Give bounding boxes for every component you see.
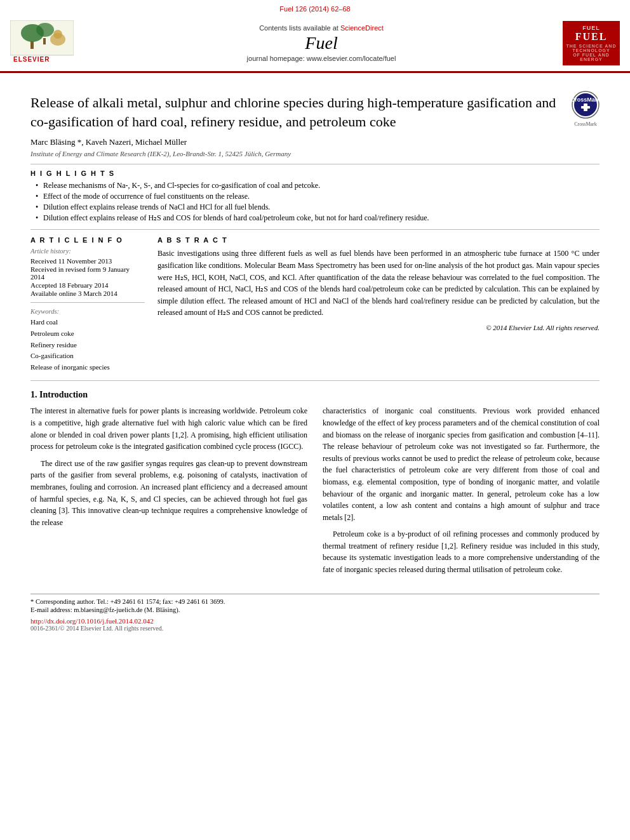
crossmark-badge: CrossMark CrossMark bbox=[572, 91, 600, 127]
keywords-section: Keywords: Hard coal Petroleum coke Refin… bbox=[30, 308, 145, 373]
highlights-section: H I G H L I G H T S Release mechanisms o… bbox=[30, 170, 600, 223]
svg-text:ELSEVIER: ELSEVIER bbox=[13, 56, 50, 63]
keyword-item: Petroleum coke bbox=[30, 328, 145, 340]
divider-2 bbox=[30, 229, 600, 230]
revised-label: Received in revised form 9 January 2014 bbox=[30, 265, 145, 281]
abstract-text: Basic investigations using three differe… bbox=[158, 248, 600, 319]
article-info-label: A R T I C L E I N F O bbox=[30, 236, 145, 244]
sciencedirect-link[interactable]: ScienceDirect bbox=[340, 24, 384, 32]
journal-center: Contents lists available at ScienceDirec… bbox=[80, 24, 563, 62]
intro-col-left: The interest in alternative fuels for po… bbox=[30, 405, 307, 580]
keyword-item: Release of inorganic species bbox=[30, 362, 145, 373]
issn-line: 0016-2361/© 2014 Elsevier Ltd. All right… bbox=[30, 625, 600, 632]
highlights-label: H I G H L I G H T S bbox=[30, 170, 600, 177]
intro-heading: 1. Introduction bbox=[30, 390, 600, 400]
fuel-logo: FUEL FUEL THE SCIENCE AND TECHNOLOGYOF F… bbox=[563, 21, 620, 65]
footnote-corresponding: * Corresponding author. Tel.: +49 2461 6… bbox=[30, 598, 600, 605]
footnote-area: * Corresponding author. Tel.: +49 2461 6… bbox=[30, 594, 600, 632]
intro-para-3: characteristics of inorganic coal consti… bbox=[323, 405, 600, 523]
highlight-item: Dilution effect explains release of H₂S … bbox=[36, 213, 600, 223]
article-history-label: Article history: bbox=[30, 248, 145, 255]
online-label: Available online 3 March 2014 bbox=[30, 290, 117, 297]
intro-col-right: characteristics of inorganic coal consti… bbox=[323, 405, 600, 580]
svg-rect-4 bbox=[43, 38, 46, 44]
divider-3 bbox=[30, 380, 600, 381]
abstract-label: A B S T R A C T bbox=[158, 236, 600, 244]
keyword-item: Refinery residue bbox=[30, 340, 145, 351]
keywords-title: Keywords: bbox=[30, 308, 145, 315]
svg-point-2 bbox=[36, 23, 54, 37]
article-info-col: A R T I C L E I N F O Article history: R… bbox=[30, 236, 145, 373]
abstract-copyright: © 2014 Elsevier Ltd. All rights reserved… bbox=[158, 324, 600, 331]
abstract-col: A B S T R A C T Basic investigations usi… bbox=[158, 236, 600, 373]
svg-text:CrossMark: CrossMark bbox=[572, 97, 600, 103]
doi-line: http://dx.doi.org/10.1016/j.fuel.2014.02… bbox=[30, 617, 600, 625]
intro-para-2: The direct use of the raw gasifier synga… bbox=[30, 458, 307, 529]
svg-rect-3 bbox=[30, 41, 34, 49]
journal-title: Fuel bbox=[80, 33, 563, 53]
highlight-item: Dilution effect explains release trends … bbox=[36, 203, 600, 212]
kw-divider bbox=[30, 302, 145, 303]
keyword-item: Co-gasification bbox=[30, 350, 145, 362]
received-label: Received 11 November 2013 bbox=[30, 257, 112, 265]
svg-rect-12 bbox=[581, 106, 590, 109]
highlight-item: Release mechanisms of Na-, K-, S-, and C… bbox=[36, 181, 600, 190]
authors-line: Marc Bläsing *, Kaveh Nazeri, Michael Mü… bbox=[30, 137, 600, 147]
paper-title: Release of alkali metal, sulphur and chl… bbox=[30, 93, 563, 131]
journal-homepage: journal homepage: www.elsevier.com/locat… bbox=[80, 55, 563, 62]
divider-1 bbox=[30, 164, 600, 164]
introduction-section: 1. Introduction The interest in alternat… bbox=[30, 390, 600, 580]
accepted-label: Accepted 18 February 2014 bbox=[30, 281, 109, 289]
elsevier-logo: ELSEVIER bbox=[10, 20, 80, 66]
journal-header: Fuel 126 (2014) 62–68 ELSEVIER Contents … bbox=[0, 0, 630, 71]
svg-point-6 bbox=[53, 30, 62, 39]
keyword-item: Hard coal bbox=[30, 317, 145, 328]
journal-ref-line: Fuel 126 (2014) 62–68 bbox=[0, 0, 630, 13]
intro-para-4: Petroleum coke is a by-product of oil re… bbox=[323, 528, 600, 575]
highlight-item: Effect of the mode of occurrence of fuel… bbox=[36, 192, 600, 201]
sciencedirect-line: Contents lists available at ScienceDirec… bbox=[80, 24, 563, 32]
affiliation-line: Institute of Energy and Climate Research… bbox=[30, 150, 600, 157]
intro-para-1: The interest in alternative fuels for po… bbox=[30, 405, 307, 452]
footnote-email: E-mail address: m.blaesing@fz-juelich.de… bbox=[30, 606, 600, 613]
highlights-list: Release mechanisms of Na-, K-, S-, and C… bbox=[30, 181, 600, 223]
